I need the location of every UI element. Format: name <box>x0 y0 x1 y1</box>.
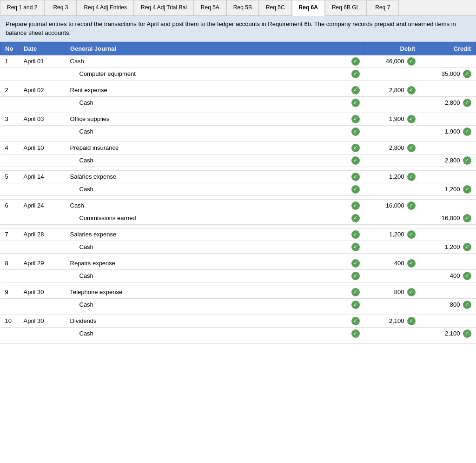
entry-no: 1 <box>0 55 19 67</box>
tab-req-5c[interactable]: Req 5C <box>259 0 292 15</box>
credit-no-empty <box>0 154 19 167</box>
debit-amount: 800 ✓ <box>364 286 420 298</box>
debit-credit-empty <box>420 113 476 125</box>
spacer-row <box>0 80 476 84</box>
credit-debit-empty <box>364 183 420 195</box>
tab-req-6a[interactable]: Req 6A <box>292 0 325 16</box>
table-row: Cash ✓ 800 ✓ <box>0 298 476 311</box>
credit-debit-empty <box>364 241 420 253</box>
tab-req-7[interactable]: Req 7 <box>366 0 399 15</box>
debit-amount: 46,000 ✓ <box>364 55 420 67</box>
table-row: 4 April 10 Prepaid insurance ✓ 2,800 ✓ <box>0 141 476 154</box>
entry-no: 2 <box>0 84 19 96</box>
table-row: 8 April 29 Repairs expense ✓ 400 ✓ <box>0 257 476 269</box>
check-icon: ✓ <box>407 57 416 66</box>
credit-amount: 2,800 ✓ <box>420 96 476 109</box>
tab-req-6b-gl[interactable]: Req 6B GL <box>325 0 366 15</box>
debit-account: Salaries expense ✓ <box>66 170 364 183</box>
check-icon: ✓ <box>463 214 471 222</box>
tab-req-3[interactable]: Req 3 <box>44 0 77 15</box>
spacer-row <box>0 138 476 141</box>
credit-date-empty <box>19 241 66 253</box>
debit-amount: 2,800 ✓ <box>364 84 420 96</box>
spacer-row <box>0 340 476 343</box>
credit-account: Computer equipment ✓ <box>66 67 364 80</box>
entry-no: 10 <box>0 315 19 327</box>
table-row: 3 April 03 Office supplies ✓ 1,900 ✓ <box>0 113 476 125</box>
table-row: Cash ✓ 2,800 ✓ <box>0 96 476 109</box>
check-icon: ✓ <box>463 301 471 309</box>
tab-req-5a[interactable]: Req 5A <box>194 0 226 15</box>
check-icon: ✓ <box>407 317 416 325</box>
table-row: Cash ✓ 2,800 ✓ <box>0 154 476 167</box>
debit-amount: 2,100 ✓ <box>364 315 420 327</box>
check-icon: ✓ <box>407 173 416 181</box>
credit-account: Commissions earned ✓ <box>66 212 364 224</box>
check-icon: ✓ <box>351 259 360 268</box>
credit-amount: 2,800 ✓ <box>420 154 476 167</box>
credit-account: Cash ✓ <box>66 298 364 311</box>
debit-credit-empty <box>420 55 476 67</box>
debit-credit-empty <box>420 257 476 269</box>
check-icon: ✓ <box>351 230 360 239</box>
debit-credit-empty <box>420 141 476 154</box>
credit-debit-empty <box>364 269 420 282</box>
check-icon: ✓ <box>351 173 360 181</box>
check-icon: ✓ <box>351 317 360 325</box>
debit-account: Dividends ✓ <box>66 315 364 327</box>
credit-amount: 2,100 ✓ <box>420 327 476 340</box>
credit-date-empty <box>19 298 66 311</box>
credit-debit-empty <box>364 96 420 109</box>
tab-req-1-and-2[interactable]: Req 1 and 2 <box>0 0 44 15</box>
credit-no-empty <box>0 327 19 340</box>
entry-no: 6 <box>0 199 19 212</box>
credit-no-empty <box>0 298 19 311</box>
entry-no: 4 <box>0 141 19 154</box>
table-row: Computer equipment ✓ 35,000 ✓ <box>0 67 476 80</box>
credit-account: Cash ✓ <box>66 125 364 138</box>
spacer-row <box>0 282 476 286</box>
check-icon: ✓ <box>351 185 360 194</box>
credit-date-empty <box>19 327 66 340</box>
credit-account: Cash ✓ <box>66 96 364 109</box>
check-icon: ✓ <box>463 99 471 107</box>
table-row: Commissions earned ✓ 16,000 ✓ <box>0 212 476 224</box>
debit-credit-empty <box>420 84 476 96</box>
spacer-row <box>0 195 476 199</box>
entry-no: 5 <box>0 170 19 183</box>
check-icon: ✓ <box>463 70 471 78</box>
check-icon: ✓ <box>463 243 471 251</box>
check-icon: ✓ <box>351 301 360 309</box>
debit-account: Cash ✓ <box>66 199 364 212</box>
credit-account: Cash ✓ <box>66 327 364 340</box>
check-icon: ✓ <box>351 86 360 94</box>
debit-account: Prepaid insurance ✓ <box>66 141 364 154</box>
table-row: Cash ✓ 1,900 ✓ <box>0 125 476 138</box>
check-icon: ✓ <box>351 127 360 136</box>
entry-date: April 24 <box>19 199 66 212</box>
credit-no-empty <box>0 125 19 138</box>
credit-amount: 1,200 ✓ <box>420 183 476 195</box>
check-icon: ✓ <box>351 329 360 338</box>
check-icon: ✓ <box>351 144 360 152</box>
check-icon: ✓ <box>351 214 360 222</box>
entry-date: April 02 <box>19 84 66 96</box>
credit-debit-empty <box>364 67 420 80</box>
credit-account: Cash ✓ <box>66 154 364 167</box>
check-icon: ✓ <box>351 201 360 210</box>
credit-date-empty <box>19 269 66 282</box>
tab-req-5b[interactable]: Req 5B <box>226 0 259 15</box>
entry-date: April 14 <box>19 170 66 183</box>
tab-req-4-adj-entries[interactable]: Req 4 Adj Entries <box>77 0 134 15</box>
entry-date: April 03 <box>19 113 66 125</box>
tab-req-4-adj-trial-bal[interactable]: Req 4 Adj Trial Bal <box>134 0 194 15</box>
table-row: 5 April 14 Salaries expense ✓ 1,200 ✓ <box>0 170 476 183</box>
credit-account: Cash ✓ <box>66 269 364 282</box>
table-row: 7 April 28 Salaries expense ✓ 1,200 ✓ <box>0 228 476 241</box>
check-icon: ✓ <box>463 185 471 194</box>
check-icon: ✓ <box>463 272 471 280</box>
check-icon: ✓ <box>407 115 416 123</box>
instruction-bar: Prepare journal entries to record the tr… <box>0 16 476 42</box>
col-credit: Credit <box>420 42 476 55</box>
check-icon: ✓ <box>407 144 416 152</box>
